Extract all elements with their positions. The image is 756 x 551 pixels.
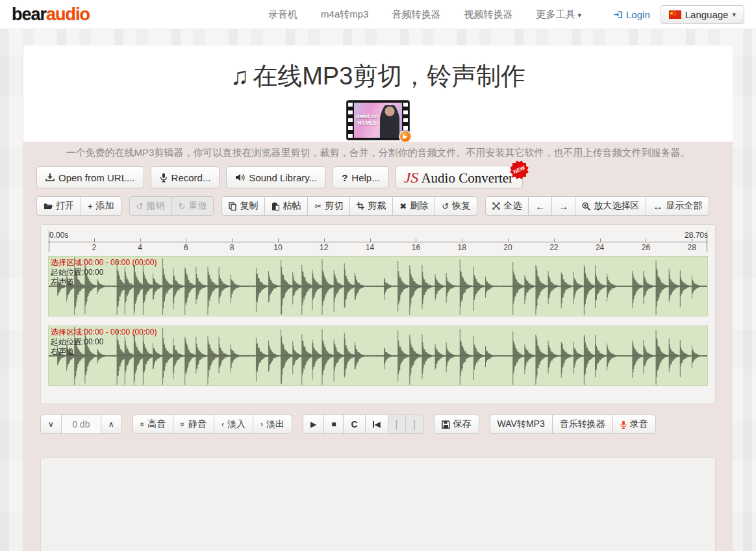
skip-to-start-icon: ◀ — [373, 420, 381, 429]
microphone-icon — [620, 420, 627, 429]
login-link[interactable]: Login — [613, 9, 650, 20]
help-button[interactable]: ? Help... — [333, 166, 389, 188]
nudge-left-button[interactable]: ← — [528, 196, 552, 216]
go-to-start-button[interactable]: ◀ — [365, 415, 388, 434]
timeline-ruler[interactable]: 0.00s 28.70s 246810121416182022242628 — [48, 230, 708, 253]
save-button[interactable]: 保存 — [434, 415, 479, 434]
ruler-tick — [692, 238, 692, 242]
page: bearaudio 录音机 m4a转mp3 音频转换器 视频转换器 更多工具 ▾… — [0, 0, 756, 551]
nudge-right-button[interactable]: → — [551, 196, 575, 216]
login-arrow-icon — [613, 10, 623, 19]
transport-bar: ∨ 0 db ∧ « 高音 » 静音 — [40, 415, 716, 434]
action-button-row: Open from URL... Record... Sound Library… — [36, 166, 720, 189]
ruler-tick-label: 16 — [412, 243, 420, 252]
app-description: 一个免费的在线MP3剪辑器，你可以直接在浏览器里剪切，裁剪，合并，分割你的音频文… — [36, 146, 720, 166]
chevron-down-icon: ∨ — [48, 420, 54, 428]
play-video-icon[interactable]: ▶ — [399, 130, 412, 143]
fade-in-button[interactable]: ‹ 淡入 — [214, 415, 253, 434]
hero-section: ♫在线MP3剪切，铃声制作 ased on HTML5 ▶ — [23, 45, 733, 142]
ruler-end-time: 28.70s — [685, 231, 708, 240]
redo-button[interactable]: ↻ 重做 — [171, 196, 214, 216]
ruler-start-time: 0.00s — [49, 231, 68, 240]
selection-start-bracket-button[interactable]: [ — [388, 415, 406, 434]
nav-item-more-tools[interactable]: 更多工具 ▾ — [536, 8, 581, 21]
open-file-button[interactable]: 打开 — [36, 196, 81, 216]
nav-item-m4a-to-mp3[interactable]: m4a转mp3 — [321, 8, 368, 21]
ruler-tick — [416, 238, 416, 242]
cut-button[interactable]: ✂ 剪切 — [307, 196, 350, 216]
volume-up-button[interactable]: ∧ — [101, 415, 122, 434]
tutorial-video-thumbnail[interactable]: ased on HTML5 ▶ — [347, 101, 409, 140]
video-thumb-wrap: ased on HTML5 ▶ — [23, 101, 733, 142]
fade-out-button[interactable]: › 淡出 — [253, 415, 292, 434]
help-label: Help... — [351, 172, 379, 183]
cursor-end-bar[interactable] — [707, 231, 707, 252]
floppy-icon — [442, 420, 450, 429]
restore-icon: ↺ — [442, 202, 449, 211]
loop-button[interactable]: C — [343, 415, 365, 434]
more-tools-label: 更多工具 — [536, 8, 575, 19]
paste-button[interactable]: 粘帖 — [264, 196, 308, 216]
scissors-icon: ✂ — [314, 202, 321, 211]
undo-button[interactable]: ↺ 撤销 — [129, 196, 172, 216]
paste-icon — [271, 202, 279, 211]
ruler-tick-label: 2 — [92, 243, 96, 252]
stop-icon: ■ — [331, 420, 336, 429]
ruler-tick — [554, 238, 555, 242]
language-button[interactable]: Language ▾ — [661, 5, 744, 24]
bearaudio-logo[interactable]: bearaudio — [12, 0, 90, 29]
fade-out-icon: › — [260, 420, 263, 428]
record-audio-button[interactable]: 录音 — [612, 415, 656, 434]
sound-library-label: Sound Library... — [249, 172, 317, 183]
ruler-tick — [186, 238, 186, 242]
show-all-button[interactable]: ↔ 显示全部 — [646, 196, 709, 216]
chevron-down-icon: ▾ — [732, 10, 736, 19]
nav-links: 录音机 m4a转mp3 音频转换器 视频转换器 更多工具 ▾ — [268, 8, 581, 21]
zoom-selection-button[interactable]: 放大选择区 — [575, 196, 646, 216]
right-channel-canvas[interactable] — [49, 326, 707, 385]
bottom-empty-panel — [40, 457, 716, 551]
ruler-tick — [508, 238, 509, 242]
copy-button[interactable]: 复制 — [221, 196, 265, 216]
add-file-button[interactable]: + 添加 — [81, 196, 121, 216]
play-button[interactable]: ▶ — [303, 415, 324, 434]
open-from-url-button[interactable]: Open from URL... — [36, 166, 144, 188]
music-converter-button[interactable]: 音乐转换器 — [552, 415, 613, 434]
edit-toolbar: 打开 + 添加 ↺ 撤销 ↻ 重做 — [36, 196, 720, 216]
nav-item-recorder[interactable]: 录音机 — [268, 8, 297, 21]
stop-button[interactable]: ■ — [323, 415, 344, 434]
select-all-icon — [492, 202, 500, 210]
ruler-tick — [646, 238, 646, 242]
treble-button[interactable]: « 高音 — [132, 415, 174, 434]
selection-end-bracket-button[interactable]: ] — [405, 415, 423, 434]
top-navbar: bearaudio 录音机 m4a转mp3 音频转换器 视频转换器 更多工具 ▾… — [0, 0, 756, 29]
ruler-tick-label: 28 — [688, 243, 696, 252]
ruler-tick-label: 18 — [458, 243, 466, 252]
left-channel-waveform[interactable]: 选择区域:00:00 - 00:00 (00:00) 起始位置:00:00 左声… — [48, 256, 708, 316]
ruler-tick — [462, 238, 462, 242]
volume-db-label: 0 db — [61, 415, 101, 434]
left-channel-canvas[interactable] — [49, 257, 707, 316]
page-title-text: 在线MP3剪切，铃声制作 — [253, 62, 525, 90]
nav-item-video-converter[interactable]: 视频转换器 — [464, 8, 512, 21]
video-caption: ased on HTML5 — [356, 113, 378, 126]
trim-button[interactable]: 剪裁 — [349, 196, 393, 216]
sound-library-button[interactable]: Sound Library... — [226, 166, 326, 188]
select-all-button[interactable]: 全选 — [485, 196, 529, 216]
js-audio-converter-button[interactable]: JSAudio Converter NEW — [396, 166, 523, 189]
restore-button[interactable]: ↺ 恢复 — [435, 196, 477, 216]
delete-button[interactable]: ✖ 删除 — [392, 196, 435, 216]
ruler-tick — [324, 238, 325, 242]
ruler-tick — [94, 238, 95, 242]
record-button[interactable]: Record... — [151, 166, 220, 188]
login-label: Login — [626, 9, 650, 20]
nav-item-audio-converter[interactable]: 音频转换器 — [392, 8, 440, 21]
volume-down-button[interactable]: ∨ — [40, 415, 62, 434]
mute-button[interactable]: » 静音 — [173, 415, 214, 434]
wav-to-mp3-button[interactable]: WAV转MP3 — [490, 415, 553, 434]
arrow-right-icon: → — [559, 201, 568, 211]
cursor-start-bar[interactable] — [49, 231, 49, 252]
right-channel-waveform[interactable]: 选择区域:00:00 - 00:00 (00:00) 起始位置:00:00 右声… — [48, 326, 708, 386]
arrow-left-icon: ← — [535, 201, 545, 211]
copy-icon — [229, 202, 236, 211]
